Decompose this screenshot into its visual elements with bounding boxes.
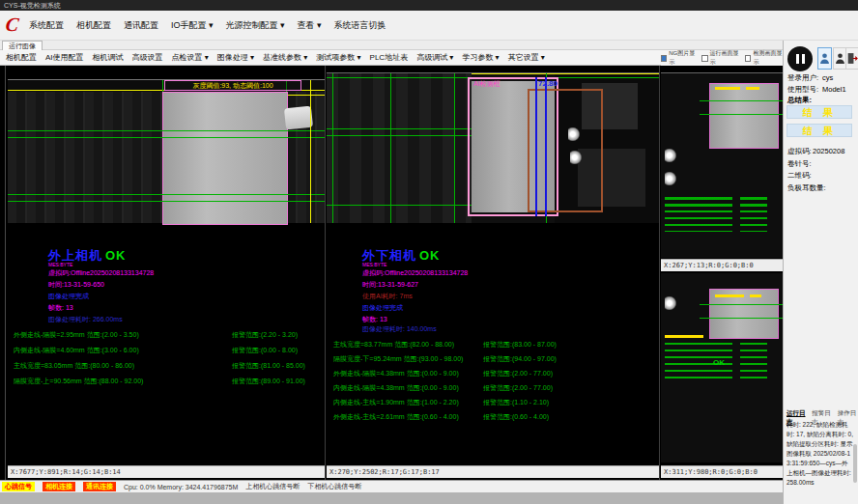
pause-button[interactable] (787, 46, 813, 71)
overlay-label-marks (715, 294, 744, 297)
right-camera-image[interactable]: AI检测框 72.80 (327, 72, 659, 223)
window-title: CYS-视觉检测系统 (4, 2, 61, 9)
user-dark-icon (835, 52, 845, 65)
left-splitter (5, 66, 6, 480)
measure-line (327, 135, 481, 136)
measurement-row: 外侧走线-隔膜=2.95mm 范围:(2.00 - 3.50) 报警范围:(2.… (8, 330, 325, 340)
barcode-line: 虚拟码:Offline20250208133134728 (362, 268, 468, 278)
measurement-value: 主线宽度=83.77mm 范围:(82.00 - 88.00) (333, 340, 454, 350)
measurement-alarm-range: 报警范围:(94.00 - 97.00) (483, 354, 557, 364)
toolbar-ai-config[interactable]: AI使用配置 (45, 52, 84, 63)
toolbar-advanced-debug[interactable]: 高级调试 ▾ (416, 52, 453, 63)
menu-item-view[interactable]: 查看 ▾ (298, 19, 322, 32)
toolbar-test-params[interactable]: 测试项参数 ▾ (316, 52, 360, 63)
measurement-row: 主线宽度=83.77mm 范围:(82.00 - 88.00) 报警范围:(83… (327, 340, 659, 350)
measurement-alarm-range: 报警范围:(2.00 - 77.00) (483, 369, 553, 378)
elapsed-line: 图像处理耗时: 140.00ms (362, 324, 437, 334)
pause-icon (802, 54, 805, 64)
measure-line (700, 304, 783, 305)
reflection-glint (568, 127, 580, 141)
model-value: Model1 (822, 85, 846, 94)
toolbar-camera-debug[interactable]: 相机调试 (93, 52, 124, 63)
lower-camera-heartbeat-status: 下相机心跳信号断 (307, 482, 361, 491)
measurement-value: 主线宽度=83.05mm 范围:(80.00 - 86.00) (14, 361, 134, 371)
ai-frame-label: AI检测框 (473, 79, 500, 89)
user-icon (819, 52, 830, 65)
total-result-label: 总结果: (787, 96, 812, 105)
mes-label: MES:BYTE (362, 262, 386, 267)
tab-run-image[interactable]: 运行图像 (2, 41, 43, 50)
measure-line (8, 194, 325, 195)
measurement-value: 隔膜宽度-上=90.56mm 范围:(88.00 - 92.00) (14, 377, 143, 386)
winding-pin-label: 卷针号: (787, 159, 812, 169)
product-region (162, 92, 288, 225)
overlay-label-marks (750, 294, 761, 297)
mes-label: MES:BYTE (48, 262, 72, 267)
menu-item-camera-config[interactable]: 相机配置 (76, 19, 111, 32)
time-line: 时间:13-31-59-627 (362, 280, 418, 290)
measurement-alarm-range: 报警范围:(83.00 - 87.00) (483, 340, 557, 350)
measurement-value: 内侧走线-主线=1.90mm 范围:(1.00 - 2.20) (333, 398, 459, 407)
overlay-label-marks (665, 335, 703, 338)
result-text-block (665, 197, 732, 232)
time-line: 时间:13-31-59-650 (48, 280, 104, 290)
qrcode-label: 二维码: (787, 171, 812, 181)
measurement-row: 内侧走线-主线=1.90mm 范围:(1.00 - 2.20) 报警范围:(1.… (327, 398, 659, 407)
menu-item-system-config[interactable]: 系统配置 (29, 19, 64, 32)
toolbar-learning-params[interactable]: 学习参数 ▾ (462, 52, 499, 63)
exit-door-icon (846, 52, 858, 65)
left-camera-pixel-status: X:7677;Y:891;R:14;G:14;B:14 (8, 465, 325, 478)
exit-button[interactable] (845, 47, 858, 70)
view-option-detect[interactable]: 检测画面显示 (745, 49, 783, 67)
measure-line (8, 137, 325, 138)
menu-bar: C 系统配置 相机配置 通讯配置 IO手配置 ▾ 光源控制配置 ▾ 查看 ▾ 系… (0, 11, 858, 41)
result-ok-label: OK (105, 248, 127, 263)
cpu-memory-status: Cpu: 0.0% Memory: 3424.41796875M (124, 484, 238, 490)
panel-separator (325, 66, 326, 480)
roi-frame (528, 89, 603, 212)
toolbar-baseline-params[interactable]: 基准线参数 ▾ (263, 52, 307, 63)
result-text-block (740, 197, 767, 232)
measurement-value: 外侧走线-隔膜=4.38mm 范围:(0.00 - 9.00) (333, 369, 459, 378)
heartbeat-badge: 心跳信号 (2, 482, 35, 491)
menu-item-io-config[interactable]: IO手配置 ▾ (171, 19, 214, 32)
reflection-glint (665, 172, 676, 185)
measure-line (327, 205, 472, 206)
barcode-line: 虚拟码:Offline20250208133134728 (48, 268, 154, 278)
left-camera-panel: 灰度阈值:93, 动态阈值:100 外上相机OK MES:BYTE 虚拟码:Of… (8, 66, 325, 480)
checkbox-icon (661, 55, 667, 62)
processing-done-line: 图像处理完成 (48, 292, 89, 301)
measurement-row: 隔膜宽度-下=95.24mm 范围:(93.00 - 98.00) 报警范围:(… (327, 354, 659, 364)
blue-measure-line (545, 77, 547, 216)
measurement-alarm-range: 报警范围:(2.00 - 77.00) (483, 383, 553, 393)
menu-item-light-config[interactable]: 光源控制配置 ▾ (226, 19, 285, 32)
product-region (709, 83, 779, 149)
small-view-bottom-image[interactable]: OK (661, 273, 783, 462)
view-option-label: 检测画面显示 (753, 49, 783, 67)
menu-item-language[interactable]: 系统语言切换 (334, 19, 386, 32)
left-camera-image[interactable]: 灰度阈值:93, 动态阈值:100 (8, 79, 325, 223)
toolbar-spot-check[interactable]: 点检设置 ▾ (172, 52, 209, 63)
app-status-bar: 心跳信号 相机连接 通讯连接 Cpu: 0.0% Memory: 3424.41… (0, 480, 783, 492)
user-login-button[interactable] (817, 47, 832, 70)
measure-line (700, 114, 783, 115)
toolbar-other-settings[interactable]: 其它设置 ▾ (508, 52, 545, 63)
toolbar-image-processing[interactable]: 图像处理 ▾ (217, 52, 254, 63)
small-view-top-image[interactable] (661, 72, 783, 258)
result-ok-label: OK (419, 248, 441, 263)
view-option-ng[interactable]: NG图片显示 (661, 49, 696, 67)
measurement-alarm-range: 报警范围:(1.10 - 2.10) (483, 398, 549, 407)
checkbox-icon (701, 55, 707, 62)
measure-line (700, 318, 783, 319)
measure-line (390, 73, 391, 223)
menu-item-comm-config[interactable]: 通讯配置 (124, 19, 158, 32)
measure-line (700, 100, 783, 101)
toolbar-plc-address[interactable]: PLC地址表 (370, 52, 409, 63)
view-option-run[interactable]: 运行画面显示 (701, 49, 739, 67)
panel-separator (659, 66, 660, 480)
right-camera-panel: AI检测框 72.80 外下相机OK MES:BYTE 虚拟码:Offline2… (327, 66, 659, 480)
sidebar-scrollbar[interactable] (853, 444, 857, 483)
toolbar-camera-config[interactable]: 相机配置 (6, 52, 37, 63)
toolbar-advanced-settings[interactable]: 高级设置 (132, 52, 163, 63)
login-user-label: 登录用户: (787, 73, 818, 83)
